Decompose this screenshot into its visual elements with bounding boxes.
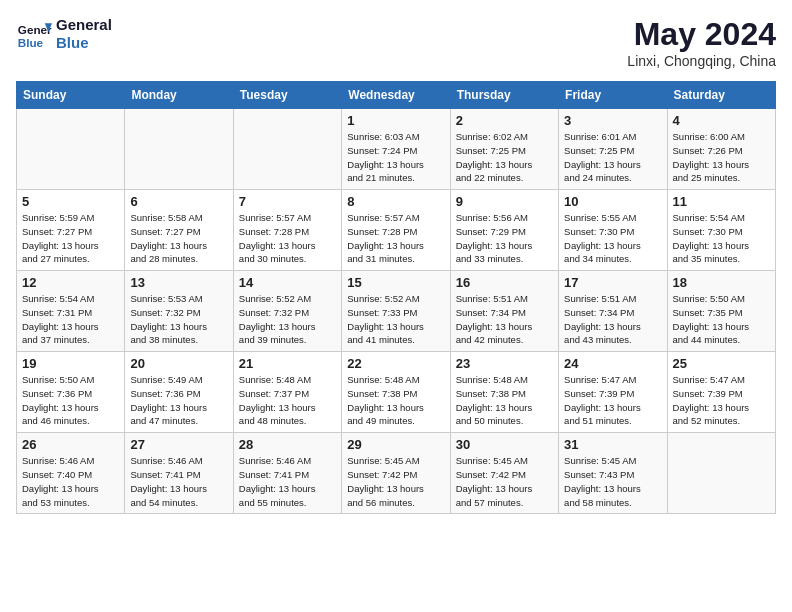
day-info: Sunrise: 5:50 AM Sunset: 7:36 PM Dayligh…: [22, 373, 119, 428]
day-info: Sunrise: 6:02 AM Sunset: 7:25 PM Dayligh…: [456, 130, 553, 185]
day-number: 3: [564, 113, 661, 128]
day-number: 9: [456, 194, 553, 209]
day-number: 8: [347, 194, 444, 209]
day-info: Sunrise: 5:48 AM Sunset: 7:37 PM Dayligh…: [239, 373, 336, 428]
day-number: 7: [239, 194, 336, 209]
calendar-cell: 15Sunrise: 5:52 AM Sunset: 7:33 PM Dayli…: [342, 271, 450, 352]
header-monday: Monday: [125, 82, 233, 109]
calendar-title: May 2024: [627, 16, 776, 53]
day-info: Sunrise: 5:51 AM Sunset: 7:34 PM Dayligh…: [456, 292, 553, 347]
week-row-4: 19Sunrise: 5:50 AM Sunset: 7:36 PM Dayli…: [17, 352, 776, 433]
day-number: 15: [347, 275, 444, 290]
calendar-cell: 31Sunrise: 5:45 AM Sunset: 7:43 PM Dayli…: [559, 433, 667, 514]
logo-blue: Blue: [56, 34, 112, 52]
calendar-cell: 6Sunrise: 5:58 AM Sunset: 7:27 PM Daylig…: [125, 190, 233, 271]
day-number: 21: [239, 356, 336, 371]
day-number: 1: [347, 113, 444, 128]
calendar-cell: 29Sunrise: 5:45 AM Sunset: 7:42 PM Dayli…: [342, 433, 450, 514]
calendar-cell: 2Sunrise: 6:02 AM Sunset: 7:25 PM Daylig…: [450, 109, 558, 190]
calendar-cell: 19Sunrise: 5:50 AM Sunset: 7:36 PM Dayli…: [17, 352, 125, 433]
calendar-cell: 5Sunrise: 5:59 AM Sunset: 7:27 PM Daylig…: [17, 190, 125, 271]
day-info: Sunrise: 5:57 AM Sunset: 7:28 PM Dayligh…: [239, 211, 336, 266]
day-number: 22: [347, 356, 444, 371]
day-number: 26: [22, 437, 119, 452]
calendar-cell: 18Sunrise: 5:50 AM Sunset: 7:35 PM Dayli…: [667, 271, 775, 352]
day-number: 23: [456, 356, 553, 371]
day-number: 20: [130, 356, 227, 371]
day-info: Sunrise: 5:50 AM Sunset: 7:35 PM Dayligh…: [673, 292, 770, 347]
header-tuesday: Tuesday: [233, 82, 341, 109]
calendar-cell: 23Sunrise: 5:48 AM Sunset: 7:38 PM Dayli…: [450, 352, 558, 433]
page-header: General Blue General Blue May 2024 Linxi…: [16, 16, 776, 69]
calendar-cell: 27Sunrise: 5:46 AM Sunset: 7:41 PM Dayli…: [125, 433, 233, 514]
calendar-cell: 1Sunrise: 6:03 AM Sunset: 7:24 PM Daylig…: [342, 109, 450, 190]
calendar-cell: 30Sunrise: 5:45 AM Sunset: 7:42 PM Dayli…: [450, 433, 558, 514]
calendar-cell: 21Sunrise: 5:48 AM Sunset: 7:37 PM Dayli…: [233, 352, 341, 433]
day-number: 13: [130, 275, 227, 290]
day-info: Sunrise: 5:49 AM Sunset: 7:36 PM Dayligh…: [130, 373, 227, 428]
day-info: Sunrise: 6:00 AM Sunset: 7:26 PM Dayligh…: [673, 130, 770, 185]
day-info: Sunrise: 5:48 AM Sunset: 7:38 PM Dayligh…: [456, 373, 553, 428]
day-number: 16: [456, 275, 553, 290]
day-number: 17: [564, 275, 661, 290]
header-friday: Friday: [559, 82, 667, 109]
day-info: Sunrise: 6:03 AM Sunset: 7:24 PM Dayligh…: [347, 130, 444, 185]
day-info: Sunrise: 5:54 AM Sunset: 7:30 PM Dayligh…: [673, 211, 770, 266]
calendar-cell: 10Sunrise: 5:55 AM Sunset: 7:30 PM Dayli…: [559, 190, 667, 271]
day-info: Sunrise: 5:45 AM Sunset: 7:43 PM Dayligh…: [564, 454, 661, 509]
calendar-cell: 22Sunrise: 5:48 AM Sunset: 7:38 PM Dayli…: [342, 352, 450, 433]
calendar-cell: [667, 433, 775, 514]
calendar-cell: 4Sunrise: 6:00 AM Sunset: 7:26 PM Daylig…: [667, 109, 775, 190]
calendar-cell: 11Sunrise: 5:54 AM Sunset: 7:30 PM Dayli…: [667, 190, 775, 271]
day-number: 24: [564, 356, 661, 371]
day-number: 29: [347, 437, 444, 452]
calendar-cell: 3Sunrise: 6:01 AM Sunset: 7:25 PM Daylig…: [559, 109, 667, 190]
day-info: Sunrise: 5:46 AM Sunset: 7:41 PM Dayligh…: [239, 454, 336, 509]
calendar-cell: 16Sunrise: 5:51 AM Sunset: 7:34 PM Dayli…: [450, 271, 558, 352]
day-info: Sunrise: 5:55 AM Sunset: 7:30 PM Dayligh…: [564, 211, 661, 266]
calendar-subtitle: Linxi, Chongqing, China: [627, 53, 776, 69]
week-row-1: 1Sunrise: 6:03 AM Sunset: 7:24 PM Daylig…: [17, 109, 776, 190]
logo-icon: General Blue: [16, 16, 52, 52]
day-number: 10: [564, 194, 661, 209]
logo-general: General: [56, 16, 112, 34]
day-number: 11: [673, 194, 770, 209]
calendar-cell: [125, 109, 233, 190]
day-info: Sunrise: 6:01 AM Sunset: 7:25 PM Dayligh…: [564, 130, 661, 185]
day-info: Sunrise: 5:47 AM Sunset: 7:39 PM Dayligh…: [673, 373, 770, 428]
day-info: Sunrise: 5:54 AM Sunset: 7:31 PM Dayligh…: [22, 292, 119, 347]
day-number: 2: [456, 113, 553, 128]
day-info: Sunrise: 5:57 AM Sunset: 7:28 PM Dayligh…: [347, 211, 444, 266]
day-info: Sunrise: 5:52 AM Sunset: 7:33 PM Dayligh…: [347, 292, 444, 347]
day-number: 28: [239, 437, 336, 452]
day-info: Sunrise: 5:59 AM Sunset: 7:27 PM Dayligh…: [22, 211, 119, 266]
day-number: 4: [673, 113, 770, 128]
svg-text:Blue: Blue: [18, 36, 44, 49]
calendar-cell: 17Sunrise: 5:51 AM Sunset: 7:34 PM Dayli…: [559, 271, 667, 352]
week-row-3: 12Sunrise: 5:54 AM Sunset: 7:31 PM Dayli…: [17, 271, 776, 352]
calendar-cell: 12Sunrise: 5:54 AM Sunset: 7:31 PM Dayli…: [17, 271, 125, 352]
day-number: 19: [22, 356, 119, 371]
day-info: Sunrise: 5:46 AM Sunset: 7:40 PM Dayligh…: [22, 454, 119, 509]
day-number: 12: [22, 275, 119, 290]
logo: General Blue General Blue: [16, 16, 112, 52]
calendar-cell: 9Sunrise: 5:56 AM Sunset: 7:29 PM Daylig…: [450, 190, 558, 271]
day-number: 14: [239, 275, 336, 290]
week-row-2: 5Sunrise: 5:59 AM Sunset: 7:27 PM Daylig…: [17, 190, 776, 271]
calendar-cell: 28Sunrise: 5:46 AM Sunset: 7:41 PM Dayli…: [233, 433, 341, 514]
calendar-cell: [233, 109, 341, 190]
day-number: 18: [673, 275, 770, 290]
calendar-cell: 13Sunrise: 5:53 AM Sunset: 7:32 PM Dayli…: [125, 271, 233, 352]
day-number: 31: [564, 437, 661, 452]
calendar-cell: 8Sunrise: 5:57 AM Sunset: 7:28 PM Daylig…: [342, 190, 450, 271]
calendar-cell: 14Sunrise: 5:52 AM Sunset: 7:32 PM Dayli…: [233, 271, 341, 352]
day-number: 5: [22, 194, 119, 209]
calendar-cell: 7Sunrise: 5:57 AM Sunset: 7:28 PM Daylig…: [233, 190, 341, 271]
header-saturday: Saturday: [667, 82, 775, 109]
calendar-cell: 26Sunrise: 5:46 AM Sunset: 7:40 PM Dayli…: [17, 433, 125, 514]
title-block: May 2024 Linxi, Chongqing, China: [627, 16, 776, 69]
day-info: Sunrise: 5:48 AM Sunset: 7:38 PM Dayligh…: [347, 373, 444, 428]
week-row-5: 26Sunrise: 5:46 AM Sunset: 7:40 PM Dayli…: [17, 433, 776, 514]
day-info: Sunrise: 5:53 AM Sunset: 7:32 PM Dayligh…: [130, 292, 227, 347]
day-number: 27: [130, 437, 227, 452]
